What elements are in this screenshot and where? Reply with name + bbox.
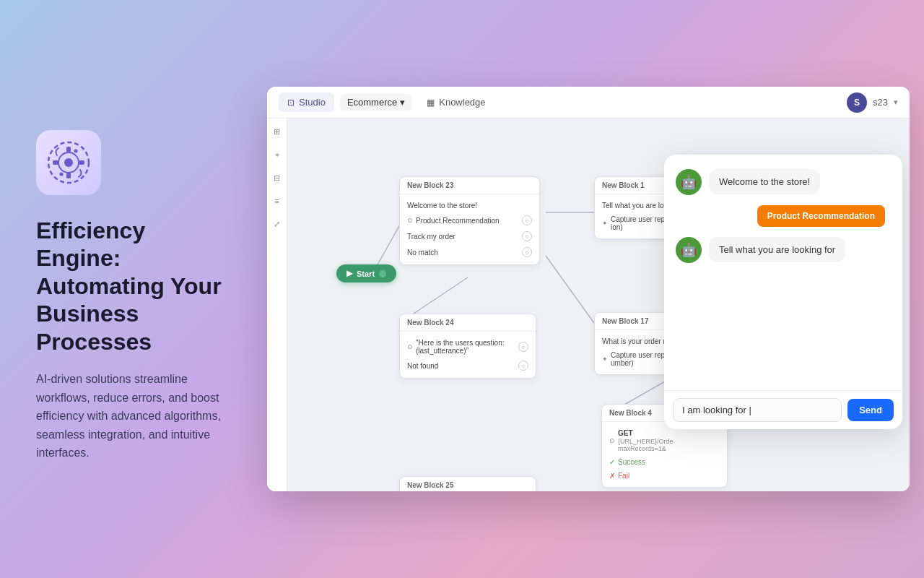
start-icon: ▶ [346, 269, 352, 278]
block4-icon: ⊙ [609, 437, 615, 444]
block23-nomatch: No match [407, 249, 519, 256]
right-panel: ⊡ Studio Ecommerce ▾ ▦ Knowledge S s23 ▾ [253, 0, 924, 578]
nav-tab-knowledge[interactable]: ▦ Knowledge [418, 92, 494, 112]
sidebar-icon-cursor[interactable]: ⌖ [270, 147, 284, 162]
chat-send-button[interactable]: Send [847, 399, 894, 421]
start-button[interactable]: ▶ Start [336, 264, 396, 282]
block23-track-row[interactable]: Track my order ○ [407, 228, 532, 244]
block4-success-row[interactable]: ✓ Success [609, 455, 720, 469]
svg-rect-3 [66, 147, 71, 152]
canvas-area: ⊞ ⌖ ⊟ ≡ ⤢ [267, 118, 910, 491]
block23-nomatch-row[interactable]: No match ○ [407, 244, 532, 260]
block24-icon: ⊙ [407, 343, 413, 350]
block23-prodrec-btn[interactable]: ○ [522, 215, 532, 225]
block23-body: Welcome to the store! ⊙ Product Recommen… [400, 194, 539, 264]
block23-prodrec: Product Recommendation [416, 217, 519, 225]
block24-notfound-btn[interactable]: ○ [518, 361, 528, 371]
user-avatar: S [847, 92, 867, 113]
block1-capture-icon: ✦ [602, 220, 608, 227]
block4-get-row[interactable]: ⊙ GET {URL_HERE}/Orde maxRecords=1& [609, 426, 720, 455]
chat-input[interactable] [673, 398, 842, 422]
chat-row-2: 🤖 Tell what you are looking for [676, 237, 891, 263]
product-rec-row: Product Recommendation [676, 205, 891, 227]
knowledge-icon: ▦ [427, 98, 435, 108]
ecommerce-chevron: ▾ [400, 97, 405, 108]
svg-rect-6 [79, 160, 84, 165]
bot-avatar-1: 🤖 [676, 169, 702, 195]
block24-header: New Block 24 [400, 314, 536, 332]
block23-prodrec-row[interactable]: ⊙ Product Recommendation ○ [407, 212, 532, 228]
block4-fail-row[interactable]: ✗ Fail [609, 469, 720, 483]
flow-block-23: New Block 23 Welcome to the store! ⊙ Pro… [399, 176, 540, 265]
block23-header: New Block 23 [400, 177, 539, 194]
block17-capture-icon: ✦ [602, 355, 608, 363]
block24-body: ⊙ "Here is the users question: (last_utt… [400, 332, 536, 378]
start-dot [379, 270, 386, 277]
flow-block-24: New Block 24 ⊙ "Here is the users questi… [399, 314, 536, 379]
logo-icon [47, 141, 90, 184]
sidebar-icon-grid[interactable]: ⊞ [270, 124, 284, 139]
block23-track: Track my order [407, 233, 519, 241]
svg-point-7 [60, 173, 64, 176]
ecommerce-label: Ecommerce [347, 97, 397, 108]
fail-icon: ✗ [609, 472, 615, 480]
start-label: Start [357, 269, 375, 278]
svg-point-8 [74, 150, 78, 153]
flow-block-25: New Block 25 ⊙ Take me back ○ No match ○ [399, 476, 536, 491]
block23-welcome: Welcome to the store! [407, 202, 532, 210]
chat-overlay: 🤖 Welcome to the store! Product Recommen… [664, 155, 902, 429]
chat-row-1: 🤖 Welcome to the store! [676, 169, 891, 195]
app-nav: ⊡ Studio Ecommerce ▾ ▦ Knowledge S s23 ▾ [267, 87, 910, 118]
block4-url: {URL_HERE}/Orde maxRecords=1& [618, 438, 720, 452]
block4-fail: Fail [618, 472, 720, 480]
sidebar-icon-list[interactable]: ≡ [270, 194, 284, 208]
block23-track-btn[interactable]: ○ [522, 231, 532, 241]
flow-canvas: ▶ Start New Block 23 Welcome to the stor… [287, 118, 910, 491]
chat-input-area: Send [664, 390, 902, 429]
left-panel: Efficiency Engine: Automating Your Busin… [0, 0, 253, 578]
svg-line-13 [546, 256, 598, 328]
knowledge-label: Knowledge [439, 97, 485, 108]
success-icon: ✓ [609, 458, 615, 466]
block24-question-btn[interactable]: ○ [518, 342, 528, 352]
chat-bubble-1: Welcome to the store! [709, 169, 820, 194]
block4-get: GET [618, 429, 720, 437]
nav-tab-ecommerce[interactable]: Ecommerce ▾ [340, 94, 412, 111]
block4-body: ⊙ GET {URL_HERE}/Orde maxRecords=1& ✓ Su… [602, 422, 727, 487]
block24-notfound: Not found [407, 362, 515, 370]
app-window: ⊡ Studio Ecommerce ▾ ▦ Knowledge S s23 ▾ [267, 87, 910, 491]
sidebar-icon-image[interactable]: ⊟ [270, 171, 284, 185]
block4-success: Success [618, 458, 720, 466]
block23-nomatch-btn[interactable]: ○ [522, 247, 532, 257]
chat-bubble-2: Tell what you are looking for [709, 237, 845, 262]
canvas-sidebar: ⊞ ⌖ ⊟ ≡ ⤢ [267, 118, 287, 491]
studio-label: Studio [299, 97, 326, 108]
product-recommendation-button[interactable]: Product Recommendation [757, 205, 885, 227]
block24-notfound-row[interactable]: Not found ○ [407, 358, 528, 374]
sidebar-icon-expand[interactable]: ⤢ [270, 217, 284, 231]
svg-rect-4 [66, 173, 71, 178]
block24-question: "Here is the users question: (last_utter… [416, 339, 515, 355]
logo-box [36, 130, 101, 195]
bot-avatar-2: 🤖 [676, 237, 702, 263]
block24-question-row: ⊙ "Here is the users question: (last_utt… [407, 336, 528, 358]
user-chevron: ▾ [894, 98, 898, 107]
main-container: Efficiency Engine: Automating Your Busin… [0, 0, 924, 578]
hero-title: Efficiency Engine: Automating Your Busin… [36, 217, 224, 355]
block23-prodrec-icon: ⊙ [407, 217, 413, 224]
block23-welcome-row: Welcome to the store! [407, 199, 532, 212]
hero-description: AI-driven solutions streamline workflows… [36, 370, 224, 462]
block25-header: New Block 25 [400, 477, 536, 491]
nav-tab-studio[interactable]: ⊡ Studio [279, 92, 334, 112]
chat-messages: 🤖 Welcome to the store! Product Recommen… [664, 155, 902, 390]
studio-icon: ⊡ [287, 98, 295, 108]
user-label: s23 [873, 97, 888, 108]
svg-rect-5 [53, 160, 58, 165]
svg-point-2 [64, 158, 73, 167]
